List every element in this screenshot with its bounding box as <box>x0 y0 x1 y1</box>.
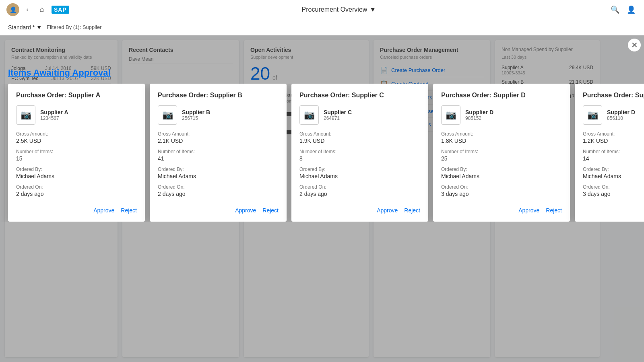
po-c-items-label: Number of Items: <box>299 149 420 154</box>
po-card-supplier-e: Purchase Order: Supp... 📷 Supplier D 856… <box>575 84 644 222</box>
user-menu-button[interactable]: 👤 <box>625 3 638 16</box>
po-d-ordered-by-value: Michael Adams <box>441 173 562 179</box>
po-d-gross-value: 1.8K USD <box>441 138 562 144</box>
po-card-d-title: Purchase Order: Supplier D <box>441 92 562 99</box>
po-e-ordered-by: Ordered By: Michael Adams <box>583 167 644 179</box>
po-c-items-value: 8 <box>299 155 420 162</box>
po-b-items-value: 41 <box>158 155 279 162</box>
po-b-ordered-by-label: Ordered By: <box>158 167 279 172</box>
title-text: Procurement Overview <box>302 6 367 13</box>
po-c-gross-label: Gross Amount: <box>299 131 420 137</box>
dashboard: Contract Monitoring Ranked by consumptio… <box>0 35 644 362</box>
supplier-b-info: Supplier B 256715 <box>182 109 210 121</box>
po-d-ordered-on-label: Ordered On: <box>441 184 562 190</box>
po-card-c-supplier: 📷 Supplier C 264971 <box>299 105 420 125</box>
close-button[interactable]: ✕ <box>628 39 641 51</box>
po-b-num-items: Number of Items: 41 <box>158 149 279 162</box>
standard-text: Standard * <box>8 24 35 31</box>
po-c-ordered-on-label: Ordered On: <box>299 184 420 190</box>
po-card-e-supplier: 📷 Supplier D 856110 <box>583 105 644 125</box>
search-button[interactable]: 🔍 <box>609 3 621 16</box>
po-card-b-supplier: 📷 Supplier B 256715 <box>158 105 279 125</box>
standard-label[interactable]: Standard * ▼ <box>8 24 42 31</box>
po-d-ordered-on-value: 3 days ago <box>441 191 562 197</box>
supplier-c-id: 264971 <box>324 115 352 121</box>
po-a-gross-amount: Gross Amount: 2.5K USD <box>16 131 137 144</box>
subheader: Standard * ▼ Filtered By (1): Supplier <box>0 19 644 35</box>
supplier-c-info: Supplier C 264971 <box>324 109 352 121</box>
filter-tag: Filtered By (1): Supplier <box>47 24 102 30</box>
po-card-supplier-a: Purchase Order: Supplier A 📷 Supplier A … <box>8 84 145 222</box>
po-c-reject-button[interactable]: Reject <box>404 207 420 214</box>
supplier-d-info: Supplier D 985152 <box>465 109 493 121</box>
po-d-actions: Approve Reject <box>441 202 562 214</box>
po-c-ordered-by-label: Ordered By: <box>299 167 420 172</box>
po-b-actions: Approve Reject <box>158 202 279 214</box>
supplier-d-id: 985152 <box>465 115 493 121</box>
po-a-actions: Approve Reject <box>16 202 137 214</box>
po-e-ordered-on-label: Ordered On: <box>583 184 644 190</box>
page-title: Procurement Overview ▼ <box>69 6 609 13</box>
po-b-approve-button[interactable]: Approve <box>235 207 256 214</box>
home-button[interactable]: ⌂ <box>35 3 48 16</box>
po-e-gross-label: Gross Amount: <box>583 131 644 137</box>
po-a-num-items: Number of Items: 15 <box>16 149 137 162</box>
po-b-ordered-by: Ordered By: Michael Adams <box>158 167 279 179</box>
header-actions: 🔍 👤 <box>609 3 638 16</box>
po-card-b-title: Purchase Order: Supplier B <box>158 92 279 99</box>
po-a-items-label: Number of Items: <box>16 149 137 154</box>
po-d-ordered-by: Ordered By: Michael Adams <box>441 167 562 179</box>
po-b-reject-button[interactable]: Reject <box>262 207 279 214</box>
po-b-gross-amount: Gross Amount: 2.1K USD <box>158 131 279 144</box>
po-b-gross-value: 2.1K USD <box>158 138 279 144</box>
po-e-ordered-by-label: Ordered By: <box>583 167 644 172</box>
supplier-c-photo-icon: 📷 <box>299 105 319 125</box>
po-b-gross-label: Gross Amount: <box>158 131 279 137</box>
po-d-reject-button[interactable]: Reject <box>546 207 562 214</box>
po-c-ordered-on-value: 2 days ago <box>299 191 420 197</box>
po-e-num-items: Number of Items: 14 <box>583 149 644 162</box>
po-e-gross-amount: Gross Amount: 1.2K USD <box>583 131 644 144</box>
po-c-num-items: Number of Items: 8 <box>299 149 420 162</box>
po-a-items-value: 15 <box>16 155 137 162</box>
po-card-supplier-b: Purchase Order: Supplier B 📷 Supplier B … <box>150 84 287 222</box>
po-cards-container: Purchase Order: Supplier A 📷 Supplier A … <box>0 84 644 222</box>
po-a-approve-button[interactable]: Approve <box>93 207 114 214</box>
po-c-gross-amount: Gross Amount: 1.9K USD <box>299 131 420 144</box>
po-c-gross-value: 1.9K USD <box>299 138 420 144</box>
back-button[interactable]: ‹ <box>21 3 34 16</box>
po-card-supplier-d: Purchase Order: Supplier D 📷 Supplier D … <box>433 84 570 222</box>
po-d-gross-amount: Gross Amount: 1.8K USD <box>441 131 562 144</box>
po-c-approve-button[interactable]: Approve <box>377 207 398 214</box>
supplier-e-name: Supplier D <box>607 109 635 115</box>
po-card-e-title: Purchase Order: Supp... <box>583 92 644 99</box>
po-d-num-items: Number of Items: 25 <box>441 149 562 162</box>
user-avatar[interactable]: 👤 <box>6 3 19 16</box>
po-card-c-title: Purchase Order: Supplier C <box>299 92 420 99</box>
po-c-ordered-by: Ordered By: Michael Adams <box>299 167 420 179</box>
po-b-ordered-on: Ordered On: 2 days ago <box>158 184 279 197</box>
chevron-down-icon: ▼ <box>36 24 42 31</box>
title-dropdown-icon[interactable]: ▼ <box>369 6 376 13</box>
po-b-items-label: Number of Items: <box>158 149 279 154</box>
po-a-ordered-by: Ordered By: Michael Adams <box>16 167 137 179</box>
supplier-a-info: Supplier A 1234567 <box>40 109 68 121</box>
po-e-ordered-on-value: 3 days ago <box>583 191 644 197</box>
items-awaiting-title: Items Awaiting Approval <box>8 68 111 78</box>
po-a-ordered-on-label: Ordered On: <box>16 184 137 190</box>
po-a-ordered-on: Ordered On: 2 days ago <box>16 184 137 197</box>
app-header: 👤 ‹ ⌂ SAP Procurement Overview ▼ 🔍 👤 <box>0 0 644 19</box>
po-d-items-label: Number of Items: <box>441 149 562 154</box>
po-card-a-title: Purchase Order: Supplier A <box>16 92 137 99</box>
po-d-ordered-by-label: Ordered By: <box>441 167 562 172</box>
po-b-ordered-on-value: 2 days ago <box>158 191 279 197</box>
supplier-e-id: 856110 <box>607 115 635 121</box>
po-a-reject-button[interactable]: Reject <box>121 207 137 214</box>
supplier-d-name: Supplier D <box>465 109 493 115</box>
po-d-approve-button[interactable]: Approve <box>518 207 539 214</box>
po-e-items-label: Number of Items: <box>583 149 644 154</box>
supplier-a-name: Supplier A <box>40 109 68 115</box>
supplier-a-photo-icon: 📷 <box>16 105 35 125</box>
sap-logo: SAP <box>52 6 69 14</box>
po-e-ordered-by-value: Michael Adams <box>583 173 644 179</box>
